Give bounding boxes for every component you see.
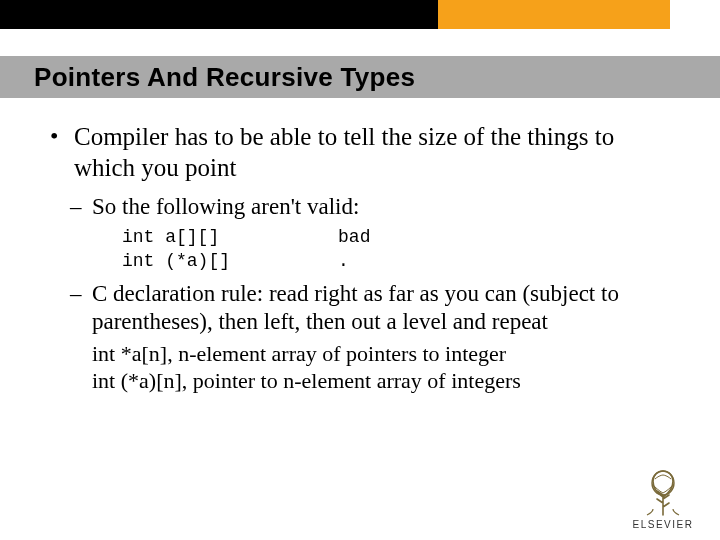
dash2-text: C declaration rule: read right as far as…: [92, 281, 619, 334]
publisher-logo: ELSEVIER: [624, 469, 702, 530]
content-area: Compiler has to be able to tell the size…: [48, 122, 672, 395]
code-block: int a[][] bad int (*a)[] .: [122, 225, 672, 274]
dash-item-2: C declaration rule: read right as far as…: [70, 280, 672, 336]
logo-text: ELSEVIER: [624, 519, 702, 530]
slide-title: Pointers And Recursive Types: [34, 62, 415, 93]
bullet1-text: Compiler has to be able to tell the size…: [74, 123, 614, 181]
tree-icon: [639, 469, 687, 517]
bullet-level-1: Compiler has to be able to tell the size…: [48, 122, 672, 183]
code-line-1: int a[][] bad: [122, 227, 370, 247]
title-bar: Pointers And Recursive Types: [0, 56, 720, 98]
plain-line-1: int *a[n], n-element array of pointers t…: [92, 340, 672, 368]
dash-item-1: So the following aren't valid:: [70, 193, 672, 221]
plain-line-2: int (*a)[n], pointer to n-element array …: [92, 367, 672, 395]
sub-content: So the following aren't valid: int a[][]…: [70, 193, 672, 395]
dash1-text: So the following aren't valid:: [92, 194, 359, 219]
code-line-2: int (*a)[] .: [122, 251, 349, 271]
top-orange-bar: [438, 0, 670, 29]
slide: Pointers And Recursive Types Compiler ha…: [0, 0, 720, 540]
top-right-gap: [670, 0, 720, 29]
